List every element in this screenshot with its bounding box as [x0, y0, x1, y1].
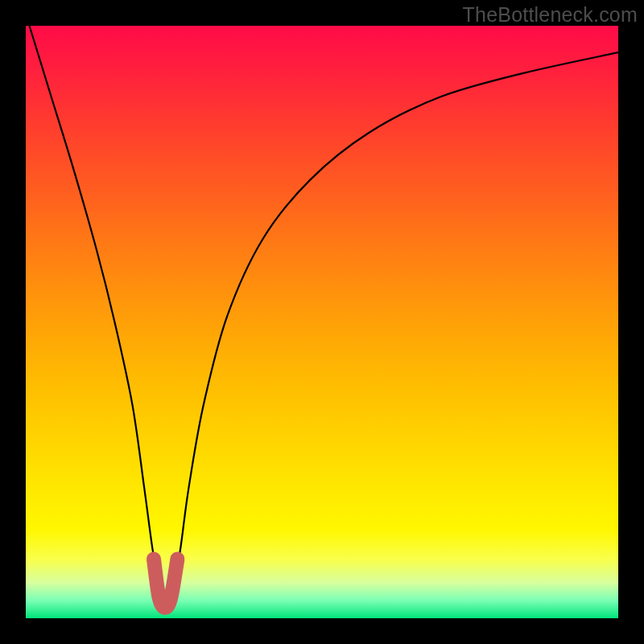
watermark-text: TheBottleneck.com	[463, 3, 638, 27]
chart-plot-area	[26, 26, 618, 618]
chart-frame: TheBottleneck.com	[0, 0, 644, 644]
